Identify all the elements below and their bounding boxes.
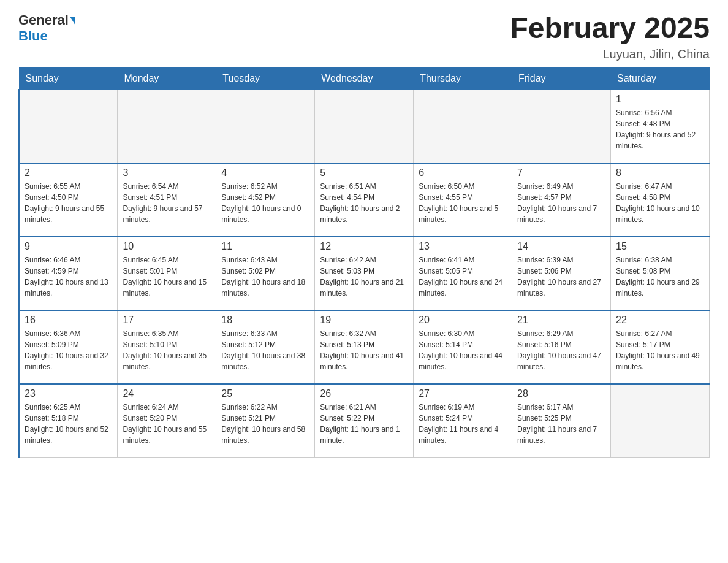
month-title: February 2025 [510, 12, 710, 45]
calendar-cell: 1Sunrise: 6:56 AMSunset: 4:48 PMDaylight… [611, 90, 710, 163]
day-number: 17 [123, 315, 211, 326]
day-number: 7 [517, 167, 605, 178]
calendar-cell: 24Sunrise: 6:24 AMSunset: 5:20 PMDayligh… [118, 384, 216, 458]
day-of-week-header: Sunday [19, 67, 118, 90]
week-row: 16Sunrise: 6:36 AMSunset: 5:09 PMDayligh… [19, 310, 710, 384]
day-info: Sunrise: 6:17 AMSunset: 5:25 PMDaylight:… [517, 402, 605, 446]
calendar-cell [512, 90, 611, 163]
page-header: General Blue February 2025 Luyuan, Jilin… [18, 12, 710, 61]
day-info: Sunrise: 6:54 AMSunset: 4:51 PMDaylight:… [123, 181, 211, 225]
day-info: Sunrise: 6:36 AMSunset: 5:09 PMDaylight:… [25, 328, 112, 372]
calendar-cell: 18Sunrise: 6:33 AMSunset: 5:12 PMDayligh… [216, 310, 315, 384]
calendar-header-row: SundayMondayTuesdayWednesdayThursdayFrid… [19, 67, 710, 90]
calendar-cell: 25Sunrise: 6:22 AMSunset: 5:21 PMDayligh… [216, 384, 315, 458]
day-info: Sunrise: 6:30 AMSunset: 5:14 PMDaylight:… [419, 328, 507, 372]
location-text: Luyuan, Jilin, China [510, 47, 710, 61]
day-number: 27 [419, 388, 507, 399]
calendar-cell: 10Sunrise: 6:45 AMSunset: 5:01 PMDayligh… [118, 237, 216, 310]
day-info: Sunrise: 6:22 AMSunset: 5:21 PMDaylight:… [221, 402, 309, 446]
day-number: 10 [123, 241, 211, 252]
day-number: 18 [221, 315, 309, 326]
day-info: Sunrise: 6:41 AMSunset: 5:05 PMDaylight:… [419, 255, 507, 299]
day-of-week-header: Tuesday [216, 67, 315, 90]
calendar-cell: 16Sunrise: 6:36 AMSunset: 5:09 PMDayligh… [19, 310, 118, 384]
calendar-cell: 23Sunrise: 6:25 AMSunset: 5:18 PMDayligh… [19, 384, 118, 458]
calendar-cell [414, 90, 512, 163]
day-of-week-header: Friday [512, 67, 611, 90]
calendar-cell: 22Sunrise: 6:27 AMSunset: 5:17 PMDayligh… [611, 310, 710, 384]
day-number: 15 [616, 241, 704, 252]
logo-blue-text: Blue [18, 28, 48, 44]
day-info: Sunrise: 6:55 AMSunset: 4:50 PMDaylight:… [25, 181, 112, 225]
logo: General Blue [18, 12, 75, 44]
day-info: Sunrise: 6:35 AMSunset: 5:10 PMDaylight:… [123, 328, 211, 372]
day-number: 2 [25, 167, 112, 178]
day-number: 4 [221, 167, 309, 178]
day-info: Sunrise: 6:29 AMSunset: 5:16 PMDaylight:… [517, 328, 605, 372]
day-number: 1 [616, 94, 704, 105]
calendar-cell: 13Sunrise: 6:41 AMSunset: 5:05 PMDayligh… [414, 237, 512, 310]
day-info: Sunrise: 6:24 AMSunset: 5:20 PMDaylight:… [123, 402, 211, 446]
day-number: 8 [616, 167, 704, 178]
day-number: 26 [320, 388, 408, 399]
day-info: Sunrise: 6:42 AMSunset: 5:03 PMDaylight:… [320, 255, 408, 299]
calendar-cell: 2Sunrise: 6:55 AMSunset: 4:50 PMDaylight… [19, 163, 118, 237]
calendar-cell: 14Sunrise: 6:39 AMSunset: 5:06 PMDayligh… [512, 237, 611, 310]
day-info: Sunrise: 6:45 AMSunset: 5:01 PMDaylight:… [123, 255, 211, 299]
day-number: 20 [419, 315, 507, 326]
day-info: Sunrise: 6:27 AMSunset: 5:17 PMDaylight:… [616, 328, 704, 372]
day-number: 23 [25, 388, 112, 399]
day-number: 22 [616, 315, 704, 326]
day-of-week-header: Thursday [414, 67, 512, 90]
day-info: Sunrise: 6:21 AMSunset: 5:22 PMDaylight:… [320, 402, 408, 446]
calendar-cell: 4Sunrise: 6:52 AMSunset: 4:52 PMDaylight… [216, 163, 315, 237]
calendar-cell: 11Sunrise: 6:43 AMSunset: 5:02 PMDayligh… [216, 237, 315, 310]
calendar-cell: 8Sunrise: 6:47 AMSunset: 4:58 PMDaylight… [611, 163, 710, 237]
day-number: 12 [320, 241, 408, 252]
day-info: Sunrise: 6:32 AMSunset: 5:13 PMDaylight:… [320, 328, 408, 372]
calendar-cell: 20Sunrise: 6:30 AMSunset: 5:14 PMDayligh… [414, 310, 512, 384]
day-number: 21 [517, 315, 605, 326]
week-row: 1Sunrise: 6:56 AMSunset: 4:48 PMDaylight… [19, 90, 710, 163]
week-row: 9Sunrise: 6:46 AMSunset: 4:59 PMDaylight… [19, 237, 710, 310]
day-info: Sunrise: 6:47 AMSunset: 4:58 PMDaylight:… [616, 181, 704, 225]
calendar-cell: 7Sunrise: 6:49 AMSunset: 4:57 PMDaylight… [512, 163, 611, 237]
day-of-week-header: Saturday [611, 67, 710, 90]
calendar-cell: 5Sunrise: 6:51 AMSunset: 4:54 PMDaylight… [315, 163, 414, 237]
calendar-cell [19, 90, 118, 163]
day-number: 16 [25, 315, 112, 326]
day-info: Sunrise: 6:51 AMSunset: 4:54 PMDaylight:… [320, 181, 408, 225]
calendar-cell [611, 384, 710, 458]
day-info: Sunrise: 6:33 AMSunset: 5:12 PMDaylight:… [221, 328, 309, 372]
calendar-cell: 9Sunrise: 6:46 AMSunset: 4:59 PMDaylight… [19, 237, 118, 310]
calendar-cell: 17Sunrise: 6:35 AMSunset: 5:10 PMDayligh… [118, 310, 216, 384]
calendar-cell [118, 90, 216, 163]
day-number: 13 [419, 241, 507, 252]
day-info: Sunrise: 6:46 AMSunset: 4:59 PMDaylight:… [25, 255, 112, 299]
day-number: 28 [517, 388, 605, 399]
calendar-cell: 21Sunrise: 6:29 AMSunset: 5:16 PMDayligh… [512, 310, 611, 384]
day-number: 3 [123, 167, 211, 178]
day-info: Sunrise: 6:19 AMSunset: 5:24 PMDaylight:… [419, 402, 507, 446]
day-info: Sunrise: 6:38 AMSunset: 5:08 PMDaylight:… [616, 255, 704, 299]
day-number: 19 [320, 315, 408, 326]
day-info: Sunrise: 6:25 AMSunset: 5:18 PMDaylight:… [25, 402, 112, 446]
calendar-cell: 19Sunrise: 6:32 AMSunset: 5:13 PMDayligh… [315, 310, 414, 384]
calendar-table: SundayMondayTuesdayWednesdayThursdayFrid… [18, 67, 710, 458]
calendar-cell: 3Sunrise: 6:54 AMSunset: 4:51 PMDaylight… [118, 163, 216, 237]
day-info: Sunrise: 6:56 AMSunset: 4:48 PMDaylight:… [616, 107, 704, 151]
day-info: Sunrise: 6:49 AMSunset: 4:57 PMDaylight:… [517, 181, 605, 225]
day-number: 5 [320, 167, 408, 178]
logo-triangle-icon [70, 17, 75, 25]
day-of-week-header: Monday [118, 67, 216, 90]
calendar-cell [315, 90, 414, 163]
day-number: 6 [419, 167, 507, 178]
day-number: 11 [221, 241, 309, 252]
day-number: 9 [25, 241, 112, 252]
day-number: 24 [123, 388, 211, 399]
week-row: 2Sunrise: 6:55 AMSunset: 4:50 PMDaylight… [19, 163, 710, 237]
calendar-cell: 28Sunrise: 6:17 AMSunset: 5:25 PMDayligh… [512, 384, 611, 458]
day-number: 14 [517, 241, 605, 252]
calendar-cell: 27Sunrise: 6:19 AMSunset: 5:24 PMDayligh… [414, 384, 512, 458]
calendar-cell: 26Sunrise: 6:21 AMSunset: 5:22 PMDayligh… [315, 384, 414, 458]
